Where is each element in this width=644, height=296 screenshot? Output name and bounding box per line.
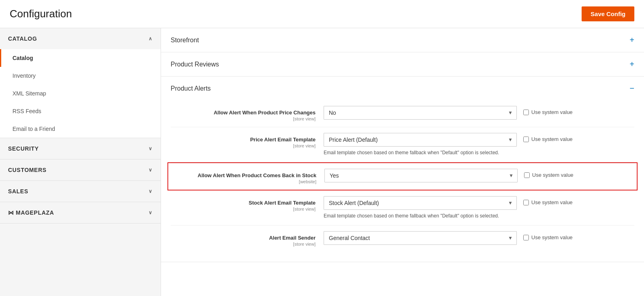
field-select-stock-alert-template[interactable]: Stock Alert (Default) bbox=[324, 196, 517, 210]
field-input-col-stock-alert-template: Stock Alert (Default)▼Email template cho… bbox=[324, 196, 634, 219]
field-label-allow-price-alert: Allow Alert When Product Price Changes bbox=[214, 110, 316, 116]
sidebar-section-header-customers[interactable]: CUSTOMERS∨ bbox=[0, 159, 161, 180]
sidebar-item-xml-sitemap[interactable]: XML Sitemap bbox=[0, 85, 161, 102]
use-system-value-checkbox-allow-stock-alert[interactable] bbox=[524, 172, 530, 178]
section-title-storefront: Storefront bbox=[171, 37, 199, 44]
sidebar-section-label-security: SECURITY bbox=[8, 145, 39, 152]
use-system-value-checkbox-allow-price-alert[interactable] bbox=[523, 110, 529, 115]
field-note-stock-alert-template: Email template chosen based on theme fal… bbox=[324, 212, 517, 219]
field-select-wrap-allow-price-alert: NoYes▼ bbox=[324, 106, 517, 120]
field-input-col-alert-email-sender: General Contact▼Use system value bbox=[324, 231, 634, 245]
chevron-catalog-icon: ∧ bbox=[149, 36, 153, 41]
field-row-allow-price-alert: Allow Alert When Product Price Changes[s… bbox=[171, 100, 634, 127]
sidebar-section-mageplaza: ⋈ MAGEPLAZA∨ bbox=[0, 202, 161, 224]
use-system-value-wrap-alert-email-sender[interactable]: Use system value bbox=[523, 231, 573, 240]
main-content: Storefront+Product Reviews+Product Alert… bbox=[161, 28, 644, 296]
field-row-price-alert-template: Price Alert Email Template[store view]Pr… bbox=[171, 127, 634, 162]
use-system-value-wrap-allow-stock-alert[interactable]: Use system value bbox=[524, 169, 574, 178]
sidebar-section-header-mageplaza[interactable]: ⋈ MAGEPLAZA∨ bbox=[0, 202, 161, 223]
use-system-value-checkbox-price-alert-template[interactable] bbox=[523, 137, 529, 142]
page-title: Configuration bbox=[10, 8, 72, 20]
sidebar: CATALOG∧CatalogInventoryXML SitemapRSS F… bbox=[0, 28, 161, 296]
field-note-price-alert-template: Email template chosen based on theme fal… bbox=[324, 149, 517, 156]
sidebar-item-rss-feeds[interactable]: RSS Feeds bbox=[0, 102, 161, 120]
sidebar-item-inventory[interactable]: Inventory bbox=[0, 67, 161, 85]
field-input-col-price-alert-template: Price Alert (Default)▼Email template cho… bbox=[324, 133, 634, 156]
field-row-stock-alert-template: Stock Alert Email Template[store view]St… bbox=[171, 190, 634, 226]
field-label-allow-stock-alert: Allow Alert When Product Comes Back in S… bbox=[198, 172, 316, 178]
use-system-value-label-allow-price-alert: Use system value bbox=[531, 109, 573, 115]
field-input-col-allow-price-alert: NoYes▼Use system value bbox=[324, 106, 634, 120]
field-label-col-stock-alert-template: Stock Alert Email Template[store view] bbox=[171, 196, 324, 211]
section-header-product-alerts[interactable]: Product Alerts− bbox=[161, 77, 644, 100]
field-select-wrap-price-alert-template: Price Alert (Default)▼ bbox=[324, 133, 517, 147]
field-label-col-alert-email-sender: Alert Email Sender[store view] bbox=[171, 231, 324, 246]
chevron-customers-icon: ∨ bbox=[149, 167, 153, 173]
field-select-price-alert-template[interactable]: Price Alert (Default) bbox=[324, 133, 517, 147]
section-storefront: Storefront+ bbox=[161, 28, 644, 52]
product-alerts-fields: Allow Alert When Product Price Changes[s… bbox=[161, 100, 644, 262]
use-system-value-wrap-stock-alert-template[interactable]: Use system value bbox=[523, 196, 573, 205]
page-header: Configuration Save Config bbox=[0, 0, 644, 28]
sidebar-section-items-catalog: CatalogInventoryXML SitemapRSS FeedsEmai… bbox=[0, 49, 161, 138]
section-header-storefront[interactable]: Storefront+ bbox=[161, 28, 644, 52]
field-label-col-allow-price-alert: Allow Alert When Product Price Changes[s… bbox=[171, 106, 324, 121]
sidebar-section-header-sales[interactable]: SALES∨ bbox=[0, 181, 161, 202]
field-select-allow-price-alert[interactable]: NoYes bbox=[324, 106, 517, 120]
field-input-inner-alert-email-sender: General Contact▼ bbox=[324, 231, 517, 245]
field-select-wrap-alert-email-sender: General Contact▼ bbox=[324, 231, 517, 245]
sidebar-section-sales: SALES∨ bbox=[0, 181, 161, 202]
use-system-value-wrap-allow-price-alert[interactable]: Use system value bbox=[523, 106, 573, 115]
main-layout: CATALOG∧CatalogInventoryXML SitemapRSS F… bbox=[0, 28, 644, 296]
section-toggle-storefront-icon: + bbox=[630, 35, 634, 45]
field-input-inner-price-alert-template: Price Alert (Default)▼Email template cho… bbox=[324, 133, 517, 156]
sidebar-section-label-catalog: CATALOG bbox=[8, 35, 37, 42]
chevron-security-icon: ∨ bbox=[149, 146, 153, 151]
field-label-alert-email-sender: Alert Email Sender bbox=[269, 235, 316, 241]
field-input-inner-allow-price-alert: NoYes▼ bbox=[324, 106, 517, 120]
section-title-product-reviews: Product Reviews bbox=[171, 61, 219, 68]
section-product-reviews: Product Reviews+ bbox=[161, 52, 644, 77]
field-scope-price-alert-template: [store view] bbox=[171, 143, 316, 148]
field-scope-allow-stock-alert: [website] bbox=[171, 179, 316, 184]
field-label-col-price-alert-template: Price Alert Email Template[store view] bbox=[171, 133, 324, 148]
use-system-value-checkbox-stock-alert-template[interactable] bbox=[523, 200, 529, 205]
sidebar-section-header-security[interactable]: SECURITY∨ bbox=[0, 138, 161, 159]
section-title-product-alerts: Product Alerts bbox=[171, 85, 211, 92]
sidebar-item-email-friend[interactable]: Email to a Friend bbox=[0, 120, 161, 138]
field-select-allow-stock-alert[interactable]: NoYes bbox=[324, 169, 518, 182]
save-config-button[interactable]: Save Config bbox=[582, 6, 634, 21]
use-system-value-label-alert-email-sender: Use system value bbox=[531, 234, 573, 240]
sidebar-section-label-mageplaza: ⋈ MAGEPLAZA bbox=[8, 209, 54, 216]
use-system-value-label-allow-stock-alert: Use system value bbox=[532, 172, 574, 178]
field-scope-stock-alert-template: [store view] bbox=[171, 207, 316, 211]
field-label-col-allow-stock-alert: Allow Alert When Product Comes Back in S… bbox=[171, 169, 324, 184]
chevron-mageplaza-icon: ∨ bbox=[149, 210, 153, 215]
field-input-inner-stock-alert-template: Stock Alert (Default)▼Email template cho… bbox=[324, 196, 517, 219]
section-toggle-product-alerts-icon: − bbox=[630, 84, 634, 93]
sidebar-section-customers: CUSTOMERS∨ bbox=[0, 159, 161, 181]
sidebar-section-security: SECURITY∨ bbox=[0, 138, 161, 159]
field-scope-alert-email-sender: [store view] bbox=[171, 242, 316, 246]
field-select-alert-email-sender[interactable]: General Contact bbox=[324, 231, 517, 245]
chevron-sales-icon: ∨ bbox=[149, 188, 153, 194]
field-row-allow-stock-alert: Allow Alert When Product Comes Back in S… bbox=[167, 162, 638, 190]
use-system-value-label-stock-alert-template: Use system value bbox=[531, 199, 573, 205]
use-system-value-label-price-alert-template: Use system value bbox=[531, 136, 573, 142]
section-toggle-product-reviews-icon: + bbox=[630, 60, 634, 69]
field-select-wrap-allow-stock-alert: NoYes▼ bbox=[324, 169, 518, 182]
field-row-alert-email-sender: Alert Email Sender[store view]General Co… bbox=[171, 226, 634, 252]
field-label-stock-alert-template: Stock Alert Email Template bbox=[249, 200, 316, 206]
field-label-price-alert-template: Price Alert Email Template bbox=[250, 137, 316, 143]
use-system-value-wrap-price-alert-template[interactable]: Use system value bbox=[523, 133, 573, 142]
field-input-inner-allow-stock-alert: NoYes▼ bbox=[324, 169, 518, 182]
sidebar-section-header-catalog[interactable]: CATALOG∧ bbox=[0, 28, 161, 49]
sidebar-item-catalog[interactable]: Catalog bbox=[0, 49, 161, 67]
section-header-product-reviews[interactable]: Product Reviews+ bbox=[161, 52, 644, 76]
field-select-wrap-stock-alert-template: Stock Alert (Default)▼ bbox=[324, 196, 517, 210]
sidebar-section-catalog: CATALOG∧CatalogInventoryXML SitemapRSS F… bbox=[0, 28, 161, 138]
section-product-alerts: Product Alerts−Allow Alert When Product … bbox=[161, 77, 644, 262]
field-input-col-allow-stock-alert: NoYes▼Use system value bbox=[324, 169, 634, 182]
field-scope-allow-price-alert: [store view] bbox=[171, 116, 316, 121]
use-system-value-checkbox-alert-email-sender[interactable] bbox=[523, 235, 529, 240]
